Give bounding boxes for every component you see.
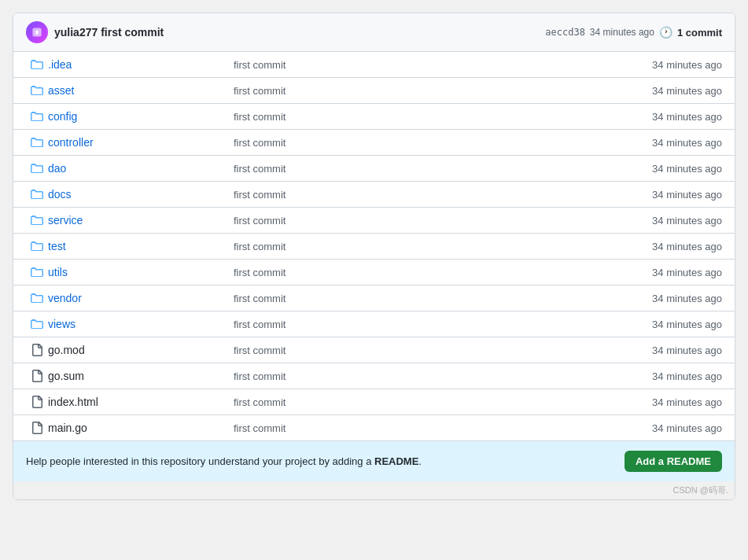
file-commit-message: first commit [221,189,620,201]
folder-icon [26,318,48,330]
file-commit-message: first commit [221,267,620,278]
file-commit-message: first commit [221,85,620,97]
file-icon [26,370,48,382]
file-icon [26,396,48,408]
file-row: go.modfirst commit34 minutes ago [13,337,735,363]
file-name[interactable]: docs [48,188,221,201]
banner-text: Help people interested in this repositor… [26,455,422,467]
file-row: configfirst commit34 minutes ago [13,104,735,130]
file-row: servicefirst commit34 minutes ago [13,208,735,234]
file-row: index.htmlfirst commit34 minutes ago [13,389,735,415]
file-time: 34 minutes ago [620,344,722,356]
file-time: 34 minutes ago [620,370,722,382]
repo-title: yulia277 first commit [54,26,164,39]
avatar[interactable] [26,21,48,43]
folder-icon [26,162,48,175]
folder-icon [26,214,48,227]
file-time: 34 minutes ago [620,319,722,330]
file-row: main.gofirst commit34 minutes ago [13,415,735,440]
file-row: vendorfirst commit34 minutes ago [13,286,735,311]
file-time: 34 minutes ago [620,267,722,278]
file-commit-message: first commit [221,293,620,304]
folder-icon [26,188,48,201]
file-name[interactable]: service [48,214,221,227]
file-name[interactable]: utils [48,266,221,278]
file-commit-message: first commit [221,344,620,356]
watermark: CSDN @码哥. [13,481,735,499]
banner-text-prefix: Help people interested in this repositor… [26,455,374,467]
file-name[interactable]: vendor [48,292,221,304]
clock-icon: 🕐 [659,26,672,39]
file-name[interactable]: asset [48,84,221,97]
file-row: viewsfirst commit34 minutes ago [13,311,735,337]
file-row: docsfirst commit34 minutes ago [13,182,735,208]
file-name[interactable]: go.mod [48,344,221,356]
file-time: 34 minutes ago [620,215,722,227]
commit-count[interactable]: 1 commit [677,27,722,39]
file-icon [26,422,48,434]
file-commit-message: first commit [221,163,620,175]
file-commit-message: first commit [221,215,620,227]
file-commit-message: first commit [221,370,620,382]
file-time: 34 minutes ago [620,189,722,201]
add-readme-button[interactable]: Add a README [625,451,722,472]
folder-icon [26,84,48,97]
repo-container: yulia277 first commit aeccd38 34 minutes… [13,13,735,500]
file-row: .ideafirst commit34 minutes ago [13,52,735,78]
file-list: .ideafirst commit34 minutes ago assetfir… [13,52,735,440]
file-name[interactable]: .idea [48,58,221,71]
folder-icon [26,110,48,123]
banner-text-highlight: README [374,455,418,467]
folder-icon [26,240,48,252]
repo-header-right: aeccd38 34 minutes ago 🕐 1 commit [545,26,722,39]
file-name[interactable]: test [48,240,221,252]
file-name[interactable]: dao [48,162,221,175]
file-row: utilsfirst commit34 minutes ago [13,260,735,286]
file-row: testfirst commit34 minutes ago [13,234,735,260]
file-name[interactable]: views [48,318,221,330]
banner-text-suffix: . [418,455,422,467]
folder-icon [26,292,48,304]
file-commit-message: first commit [221,111,620,123]
file-row: daofirst commit34 minutes ago [13,156,735,182]
file-name[interactable]: controller [48,136,221,149]
folder-icon [26,266,48,278]
folder-icon [26,136,48,149]
file-commit-message: first commit [221,137,620,149]
file-name[interactable]: main.go [48,422,221,434]
repo-header-left: yulia277 first commit [26,21,164,43]
file-row: go.sumfirst commit34 minutes ago [13,363,735,389]
file-commit-message: first commit [221,59,620,71]
file-name[interactable]: go.sum [48,370,221,382]
folder-icon [26,58,48,71]
file-row: assetfirst commit34 minutes ago [13,78,735,104]
commit-count-label: 1 commit [677,27,722,39]
file-time: 34 minutes ago [620,85,722,97]
file-commit-message: first commit [221,241,620,252]
file-time: 34 minutes ago [620,293,722,304]
commit-hash[interactable]: aeccd38 [545,27,585,38]
file-time: 34 minutes ago [620,59,722,71]
commit-time: 34 minutes ago [590,27,654,38]
file-time: 34 minutes ago [620,111,722,123]
file-time: 34 minutes ago [620,137,722,149]
file-commit-message: first commit [221,396,620,408]
file-row: controllerfirst commit34 minutes ago [13,130,735,156]
file-time: 34 minutes ago [620,241,722,252]
readme-banner: Help people interested in this repositor… [13,440,735,481]
repo-commit-label: first commit [101,26,164,39]
file-time: 34 minutes ago [620,396,722,408]
file-time: 34 minutes ago [620,422,722,434]
repo-header: yulia277 first commit aeccd38 34 minutes… [13,13,735,52]
file-icon [26,344,48,356]
file-commit-message: first commit [221,422,620,434]
file-name[interactable]: index.html [48,396,221,408]
file-commit-message: first commit [221,319,620,330]
file-name[interactable]: config [48,110,221,123]
repo-user[interactable]: yulia277 [54,26,98,39]
file-time: 34 minutes ago [620,163,722,175]
